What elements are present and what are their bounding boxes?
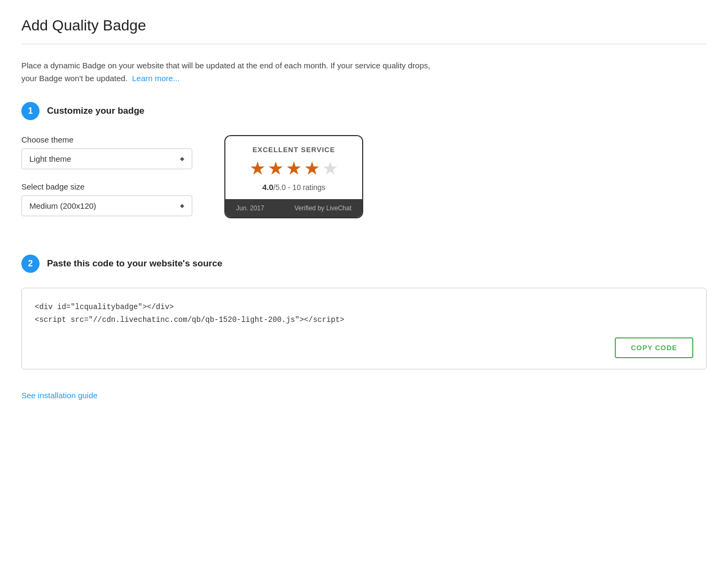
star-3: ★ [286, 159, 302, 177]
code-line2: <script src="//cdn.livechatinc.com/qb/qb… [35, 314, 693, 327]
controls-panel: Choose theme Light theme Dark theme Sele… [21, 135, 192, 229]
step1-header: 1 Customize your badge [21, 102, 707, 120]
step2-title: Paste this code to your website's source [47, 258, 222, 269]
star-1: ★ [249, 159, 265, 177]
star-2: ★ [268, 159, 284, 177]
size-control-group: Select badge size Small (150x90) Medium … [21, 182, 192, 216]
code-content: <div id="lcqualitybadge"></div> <script … [35, 301, 693, 327]
copy-code-button[interactable]: COPY CODE [615, 337, 693, 358]
star-5: ★ [322, 159, 338, 177]
badge-stars: ★ ★ ★ ★ ★ [236, 159, 351, 177]
copy-btn-row: COPY CODE [35, 337, 693, 358]
theme-label: Choose theme [21, 135, 192, 144]
theme-control-group: Choose theme Light theme Dark theme [21, 135, 192, 169]
installation-guide-link[interactable]: See installation guide [21, 391, 98, 400]
badge-rating: 4.0/5.0 - 10 ratings [236, 183, 351, 192]
learn-more-link[interactable]: Learn more... [132, 74, 179, 83]
badge-date: Jun. 2017 [236, 204, 264, 212]
star-4: ★ [304, 159, 320, 177]
badge-verified: Verified by LiveChat [294, 204, 351, 212]
badge-preview: EXCELLENT SERVICE ★ ★ ★ ★ ★ 4.0/5.0 - 10… [224, 135, 363, 218]
step1-title: Customize your badge [47, 106, 144, 116]
step2-header: 2 Paste this code to your website's sour… [21, 255, 707, 273]
step1-circle: 1 [21, 102, 40, 120]
divider [21, 44, 707, 44]
badge-top: EXCELLENT SERVICE ★ ★ ★ ★ ★ 4.0/5.0 - 10… [225, 136, 362, 199]
badge-bottom: Jun. 2017 Verified by LiveChat [225, 199, 362, 217]
size-select[interactable]: Small (150x90) Medium (200x120) Large (3… [21, 195, 192, 216]
customize-layout: Choose theme Light theme Dark theme Sele… [21, 135, 707, 229]
size-label: Select badge size [21, 182, 192, 191]
code-line1: <div id="lcqualitybadge"></div> [35, 301, 693, 314]
page-description: Place a dynamic Badge on your website th… [21, 59, 438, 85]
theme-select[interactable]: Light theme Dark theme [21, 148, 192, 169]
step2-section: 2 Paste this code to your website's sour… [21, 255, 707, 369]
step2-circle: 2 [21, 255, 40, 273]
page-title: Add Quality Badge [21, 17, 707, 34]
badge-excellent-label: EXCELLENT SERVICE [236, 146, 351, 154]
code-box: <div id="lcqualitybadge"></div> <script … [21, 288, 707, 369]
